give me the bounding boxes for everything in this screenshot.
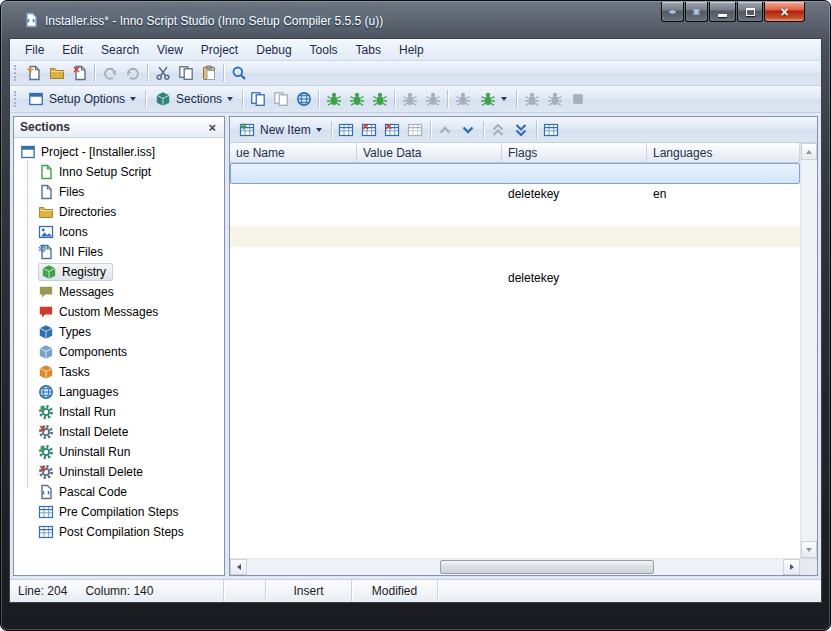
sidebar-item-messages[interactable]: Messages — [14, 282, 224, 302]
sidebar-item-ini-files[interactable]: INI Files — [14, 242, 224, 262]
cut-button[interactable] — [151, 62, 174, 84]
sidebar-item-components[interactable]: Components — [14, 342, 224, 362]
sections-close-button[interactable]: × — [206, 121, 218, 134]
compile-button[interactable] — [322, 88, 345, 110]
cell-languages: en — [647, 184, 800, 205]
menu-help[interactable]: Help — [390, 39, 433, 60]
copy-section-button[interactable] — [246, 88, 269, 110]
table-row-selected[interactable] — [230, 163, 800, 184]
watch-button[interactable] — [520, 88, 543, 110]
sidebar-item-inno-setup-script[interactable]: Inno Setup Script — [14, 162, 224, 182]
menu-tabs[interactable]: Tabs — [347, 39, 390, 60]
x-badge — [38, 464, 47, 473]
menu-search[interactable]: Search — [92, 39, 148, 60]
double-chevron-down-icon — [513, 122, 529, 138]
move-down-button[interactable] — [457, 119, 480, 141]
sidebar-item-icons[interactable]: Icons — [14, 222, 224, 242]
hscrollbar-thumb[interactable] — [440, 560, 654, 574]
table-row[interactable]: deletekey en — [230, 184, 800, 205]
new-item-button[interactable]: New Item — [233, 119, 328, 141]
debug-options-button[interactable] — [474, 88, 513, 110]
paste-button[interactable] — [197, 62, 220, 84]
menu-debug[interactable]: Debug — [247, 39, 300, 60]
setup-options-button[interactable]: Setup Options — [22, 88, 142, 110]
menu-tools[interactable]: Tools — [301, 39, 347, 60]
edit-item-button[interactable] — [335, 119, 358, 141]
undo-button[interactable] — [98, 62, 121, 84]
menu-view[interactable]: View — [148, 39, 192, 60]
syntax-check-button[interactable] — [368, 88, 391, 110]
menu-file[interactable]: File — [16, 39, 53, 60]
evaluate-button[interactable] — [543, 88, 566, 110]
scroll-up-button[interactable] — [801, 143, 817, 160]
column-header-value-data[interactable]: Value Data — [357, 143, 502, 163]
sidebar-item-uninstall-delete[interactable]: Uninstall Delete — [14, 462, 224, 482]
breakpoint-button[interactable] — [451, 88, 474, 110]
table-row[interactable] — [230, 226, 800, 247]
maximize-button[interactable] — [737, 2, 763, 22]
table-row[interactable] — [230, 247, 800, 268]
copy-button[interactable] — [174, 62, 197, 84]
hscrollbar-track[interactable] — [247, 559, 783, 575]
sidebar-item-post-compilation-steps[interactable]: Post Compilation Steps — [14, 522, 224, 542]
column-header-flags[interactable]: Flags — [502, 143, 647, 163]
sidebar-item-directories[interactable]: Directories — [14, 202, 224, 222]
table-row[interactable]: deletekey — [230, 268, 800, 289]
grid-body: ue Name Value Data Flags Languages — [230, 143, 817, 575]
undo-icon — [102, 65, 118, 81]
move-bottom-button[interactable] — [510, 119, 533, 141]
terminate-button[interactable] — [566, 88, 589, 110]
vscrollbar-track[interactable] — [801, 160, 817, 541]
close-button[interactable]: × — [764, 2, 805, 22]
open-website-button[interactable] — [292, 88, 315, 110]
open-file-button[interactable] — [45, 62, 68, 84]
duplicate-item-button[interactable] — [404, 119, 427, 141]
pascal-code-icon — [38, 484, 54, 500]
move-top-button[interactable] — [487, 119, 510, 141]
delete-all-items-button[interactable] — [381, 119, 404, 141]
paste-section-button[interactable] — [269, 88, 292, 110]
sidebar-item-types[interactable]: Types — [14, 322, 224, 342]
delete-item-button[interactable] — [358, 119, 381, 141]
vertical-scrollbar[interactable] — [800, 143, 817, 575]
titlebar[interactable]: Installer.iss* - Inno Script Studio (Inn… — [1, 1, 830, 38]
scroll-down-button[interactable] — [801, 541, 817, 558]
move-up-button[interactable] — [434, 119, 457, 141]
setup-options-icon — [28, 91, 44, 107]
scroll-right-button[interactable] — [783, 559, 800, 575]
redo-button[interactable] — [121, 62, 144, 84]
menu-project[interactable]: Project — [192, 39, 247, 60]
sidebar-item-install-delete[interactable]: Install Delete — [14, 422, 224, 442]
table-row[interactable] — [230, 205, 800, 226]
sidebar-item-files[interactable]: Files — [14, 182, 224, 202]
sidebar-item-custom-messages[interactable]: Custom Messages — [14, 302, 224, 322]
reset-debug-button[interactable] — [421, 88, 444, 110]
column-options-button[interactable] — [540, 119, 563, 141]
scroll-left-button[interactable] — [230, 559, 247, 575]
tasks-icon — [38, 364, 54, 380]
pause-debug-button[interactable] — [398, 88, 421, 110]
sections-button[interactable]: Sections — [149, 88, 239, 110]
window-extra-button-1[interactable]: ◂▸ — [661, 2, 684, 22]
sidebar-item-languages[interactable]: Languages — [14, 382, 224, 402]
column-header-languages[interactable]: Languages — [647, 143, 800, 163]
sidebar-item-registry[interactable]: Registry — [14, 262, 224, 282]
menu-edit[interactable]: Edit — [53, 39, 92, 60]
cell-value-data — [357, 247, 502, 268]
compile-run-button[interactable] — [345, 88, 368, 110]
sidebar-item-tasks[interactable]: Tasks — [14, 362, 224, 382]
ini-files-icon — [38, 244, 54, 260]
sidebar-item-pre-compilation-steps[interactable]: Pre Compilation Steps — [14, 502, 224, 522]
horizontal-scrollbar[interactable] — [230, 558, 800, 575]
search-button[interactable] — [227, 62, 250, 84]
sidebar-item-uninstall-run[interactable]: Uninstall Run — [14, 442, 224, 462]
sidebar-item-pascal-code[interactable]: Pascal Code — [14, 482, 224, 502]
close-file-button[interactable] — [68, 62, 91, 84]
minimize-button[interactable] — [709, 2, 736, 22]
sidebar-item-project[interactable]: Project - [Installer.iss] — [14, 142, 224, 162]
sidebar-item-install-run[interactable]: Install Run — [14, 402, 224, 422]
sections-label: Sections — [176, 92, 222, 106]
new-file-button[interactable] — [22, 62, 45, 84]
column-header-value-name[interactable]: ue Name — [230, 143, 357, 163]
window-extra-button-2[interactable]: ▣ — [685, 2, 708, 22]
